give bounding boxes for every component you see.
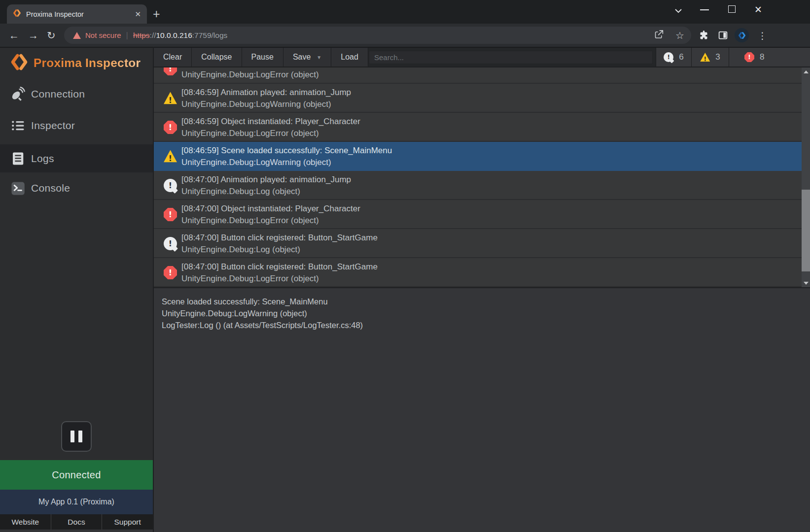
security-label[interactable]: Not secure <box>85 31 121 39</box>
scrollbar-down-icon[interactable] <box>802 279 810 287</box>
footer-link-docs[interactable]: Docs <box>51 514 102 530</box>
url-text: https://10.0.0.216:7759/logs <box>133 31 227 40</box>
window-close-icon[interactable]: ✕ <box>754 4 762 15</box>
save-dropdown-caret-icon[interactable]: ▼ <box>317 55 321 60</box>
log-row-selected[interactable]: [08:46:59] Scene loaded successfully: Sc… <box>154 142 810 171</box>
log-message: [08:47:00] Animation played: animation_J… <box>181 175 351 185</box>
log-trace: UnityEngine.Debug:LogWarning (object) <box>181 100 331 109</box>
clear-button[interactable]: Clear <box>154 48 192 66</box>
warning-triangle-icon <box>700 53 710 62</box>
error-count-filter[interactable]: 8 <box>729 48 810 66</box>
forward-icon[interactable]: → <box>28 30 38 41</box>
button-label: Save <box>293 53 311 62</box>
log-message: [08:47:00] Button click registered: Butt… <box>181 233 378 243</box>
bottom-strip <box>0 530 153 532</box>
terminal-icon <box>10 181 26 196</box>
log-row[interactable]: [08:47:00] Animation played: animation_J… <box>154 171 810 200</box>
warning-count-filter[interactable]: 3 <box>691 48 729 66</box>
satellite-icon <box>10 86 26 102</box>
log-trace: UnityEngine.Debug:Log (object) <box>181 187 300 197</box>
sidebar-item-label: Console <box>31 182 70 194</box>
back-icon[interactable]: ← <box>9 30 19 41</box>
error-count: 8 <box>760 52 764 62</box>
log-row[interactable]: UnityEngine.Debug:LogError (object) <box>154 67 810 84</box>
error-icon <box>164 208 177 221</box>
info-count-filter[interactable]: 6 <box>656 48 691 66</box>
sidebar-item-label: Inspector <box>31 120 75 132</box>
scrollbar-up-icon[interactable] <box>802 67 810 76</box>
sidebar-item-console[interactable]: Console <box>0 176 153 200</box>
button-label: Collapse <box>201 53 232 62</box>
log-message: [08:47:00] Object instantiated: Player_C… <box>181 204 360 214</box>
detail-line: Scene loaded successfully: Scene_MainMen… <box>162 296 810 307</box>
log-message: [08:47:00] Button click registered: Butt… <box>181 262 378 272</box>
browser-window: Proxima Inspector ✕ + ✕ ← → ↻ Not secure… <box>0 0 810 532</box>
logs-main: Clear Collapse Pause Save▼ Load 6 3 8 Un… <box>154 47 810 532</box>
share-icon[interactable] <box>654 29 664 41</box>
detail-line: LogTester:Log () (at Assets/TestScripts/… <box>162 319 810 331</box>
log-message: [08:46:59] Animation played: animation_J… <box>181 88 351 98</box>
sidebar-item-inspector[interactable]: Inspector <box>0 114 153 137</box>
pause-icon <box>70 431 74 442</box>
extensions-puzzle-icon[interactable] <box>699 30 709 42</box>
bookmark-star-icon[interactable]: ☆ <box>675 30 684 41</box>
footer-link-support[interactable]: Support <box>102 514 153 530</box>
app-info-bar: My App 0.1 (Proxima) <box>0 490 153 514</box>
log-trace: UnityEngine.Debug:LogError (object) <box>181 274 319 284</box>
tab-strip: Proxima Inspector ✕ + ✕ <box>0 0 810 24</box>
error-icon <box>164 67 177 75</box>
sidebar-item-label: Logs <box>31 153 54 165</box>
log-message: [08:46:59] Scene loaded successfully: Sc… <box>181 146 392 156</box>
new-tab-button[interactable]: + <box>153 7 160 21</box>
window-maximize-icon[interactable] <box>728 5 736 13</box>
scrollbar-thumb[interactable] <box>802 190 810 271</box>
load-button[interactable]: Load <box>331 48 368 66</box>
connection-status-bar: Connected <box>0 460 153 490</box>
log-scrollbar[interactable] <box>802 67 810 287</box>
button-label: Clear <box>163 53 182 62</box>
log-row[interactable]: [08:47:00] Button click registered: Butt… <box>154 258 810 287</box>
log-trace: UnityEngine.Debug:LogError (object) <box>181 129 319 138</box>
pause-stream-button[interactable] <box>61 421 92 452</box>
sidebar-item-connection[interactable]: Connection <box>0 82 153 106</box>
log-list: UnityEngine.Debug:LogError (object) [08:… <box>154 67 810 287</box>
window-minimize-icon[interactable] <box>700 9 709 10</box>
url-omnibox[interactable]: Not secure | https://10.0.0.216:7759/log… <box>64 27 691 44</box>
log-trace: UnityEngine.Debug:Log (object) <box>181 245 300 255</box>
log-detail-panel: Scene loaded successfully: Scene_MainMen… <box>154 287 810 532</box>
menu-kebab-icon[interactable]: ⋮ <box>758 30 767 41</box>
list-icon <box>10 118 26 133</box>
save-button[interactable]: Save▼ <box>283 48 331 66</box>
address-bar: ← → ↻ Not secure | https://10.0.0.216:77… <box>0 24 810 47</box>
log-row[interactable]: [08:46:59] Animation played: animation_J… <box>154 84 810 113</box>
detail-line: UnityEngine.Debug:LogWarning (object) <box>162 307 810 319</box>
sidebar-item-logs[interactable]: Logs <box>0 144 153 172</box>
omnibox-divider: | <box>126 31 128 40</box>
footer-link-website[interactable]: Website <box>0 514 51 530</box>
window-chevron-icon[interactable] <box>674 6 682 15</box>
log-message: [08:46:59] Object instantiated: Player_C… <box>181 117 360 127</box>
browser-tab[interactable]: Proxima Inspector ✕ <box>7 4 147 24</box>
pause-button[interactable]: Pause <box>242 48 283 66</box>
info-icon <box>164 179 177 192</box>
tab-favicon-proxima-logo-icon <box>13 9 21 19</box>
profile-avatar[interactable] <box>735 28 749 42</box>
collapse-button[interactable]: Collapse <box>192 48 242 66</box>
log-row[interactable]: [08:47:00] Object instantiated: Player_C… <box>154 200 810 229</box>
log-row[interactable]: [08:46:59] Object instantiated: Player_C… <box>154 113 810 142</box>
sidebar-item-label: Connection <box>31 88 85 100</box>
log-row[interactable]: [08:47:00] Button click registered: Butt… <box>154 229 810 258</box>
tab-title: Proxima Inspector <box>26 10 130 18</box>
logs-toolbar: Clear Collapse Pause Save▼ Load 6 3 8 <box>154 48 810 67</box>
tab-close-icon[interactable]: ✕ <box>135 10 141 18</box>
info-icon <box>164 237 177 250</box>
log-trace: UnityEngine.Debug:LogWarning (object) <box>181 158 331 167</box>
reload-icon[interactable]: ↻ <box>47 30 56 41</box>
log-trace: UnityEngine.Debug:LogError (object) <box>181 70 319 80</box>
app-brand: Proxima Inspector <box>10 53 141 73</box>
error-icon <box>164 121 177 134</box>
side-panel-icon[interactable] <box>718 30 728 42</box>
search-input[interactable] <box>369 51 653 64</box>
app-sidebar: Proxima Inspector Connection Inspector L… <box>0 47 153 532</box>
warning-count: 3 <box>715 52 720 62</box>
